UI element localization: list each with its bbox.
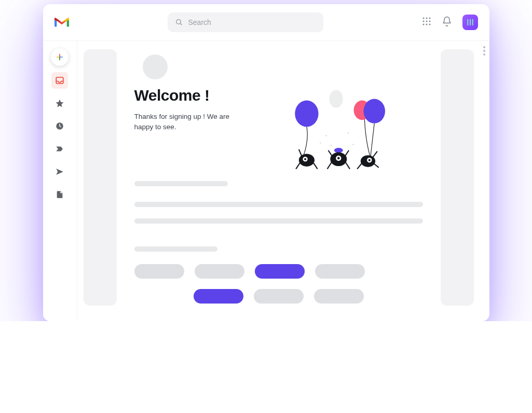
topbar: Search	[43, 4, 489, 41]
compose-button[interactable]	[51, 48, 69, 66]
skeleton-line	[134, 202, 423, 207]
svg-point-51	[320, 142, 321, 143]
svg-point-6	[429, 17, 430, 19]
svg-line-32	[298, 149, 302, 156]
skeleton-line	[134, 181, 228, 186]
email-body: Welcome ! Thanks for signing up ! We are…	[134, 49, 423, 306]
notifications-icon[interactable]	[442, 16, 452, 29]
apps-grid-icon[interactable]	[422, 17, 431, 28]
brand-badge-icon[interactable]	[462, 15, 478, 30]
svg-line-31	[313, 163, 318, 169]
svg-line-44	[357, 163, 362, 169]
search-icon	[175, 18, 183, 26]
svg-line-46	[373, 152, 377, 157]
email-title: Welcome !	[134, 87, 249, 104]
svg-point-8	[426, 20, 427, 22]
svg-point-2	[176, 20, 181, 24]
starred-icon[interactable]	[51, 95, 68, 112]
svg-line-45	[374, 163, 378, 168]
skeleton-line	[134, 218, 423, 224]
topbar-actions	[422, 15, 478, 30]
skeleton-paragraph	[134, 181, 423, 252]
gmail-logo-icon	[54, 17, 69, 28]
pill-skeleton	[195, 264, 244, 279]
right-panel-skeleton	[441, 49, 474, 306]
drafts-icon[interactable]	[51, 186, 68, 203]
svg-point-36	[337, 157, 340, 160]
svg-line-39	[328, 150, 332, 156]
search-input[interactable]: Search	[168, 12, 323, 32]
svg-point-33	[334, 148, 343, 153]
svg-line-3	[180, 23, 182, 25]
svg-point-7	[422, 20, 424, 22]
sent-icon[interactable]	[51, 163, 68, 180]
svg-point-47	[325, 135, 326, 136]
svg-point-29	[304, 158, 306, 160]
svg-point-24	[295, 100, 318, 127]
svg-point-9	[429, 20, 430, 22]
snoozed-icon[interactable]	[51, 118, 68, 134]
svg-point-10	[422, 23, 424, 25]
sidebar	[43, 41, 77, 321]
svg-point-50	[352, 144, 353, 145]
pill-skeleton-accent	[255, 264, 305, 279]
balloons-illustration	[259, 87, 423, 175]
svg-line-38	[345, 162, 350, 169]
svg-point-26	[363, 99, 385, 123]
svg-point-48	[348, 133, 349, 134]
svg-point-22	[329, 90, 343, 108]
email-subtitle: Thanks for signing up ! We are happy to …	[134, 112, 249, 133]
more-options-icon[interactable]	[483, 46, 485, 56]
svg-line-37	[327, 162, 332, 169]
important-icon[interactable]	[51, 141, 68, 157]
pill-skeleton	[314, 289, 364, 304]
svg-point-12	[429, 23, 430, 25]
svg-point-49	[330, 145, 331, 146]
search-placeholder: Search	[188, 18, 211, 26]
inbox-icon[interactable]	[51, 72, 68, 89]
content-area: Welcome ! Thanks for signing up ! We are…	[77, 41, 489, 321]
pill-row-2	[134, 289, 423, 304]
svg-line-40	[345, 150, 349, 156]
svg-point-11	[426, 23, 427, 25]
pill-skeleton	[254, 289, 304, 304]
svg-point-5	[426, 17, 427, 19]
pill-row-1	[134, 264, 423, 279]
skeleton-line	[134, 246, 217, 252]
svg-point-43	[368, 159, 370, 161]
pill-skeleton-accent	[194, 289, 243, 304]
avatar-skeleton	[143, 54, 168, 79]
app-window: Search	[43, 4, 489, 321]
svg-line-30	[296, 163, 300, 169]
left-panel-skeleton	[84, 49, 117, 306]
pill-skeleton	[315, 264, 365, 279]
body: Welcome ! Thanks for signing up ! We are…	[43, 41, 489, 321]
hero: Welcome ! Thanks for signing up ! We are…	[134, 87, 423, 175]
svg-point-4	[422, 17, 424, 19]
pill-skeleton	[134, 264, 184, 279]
